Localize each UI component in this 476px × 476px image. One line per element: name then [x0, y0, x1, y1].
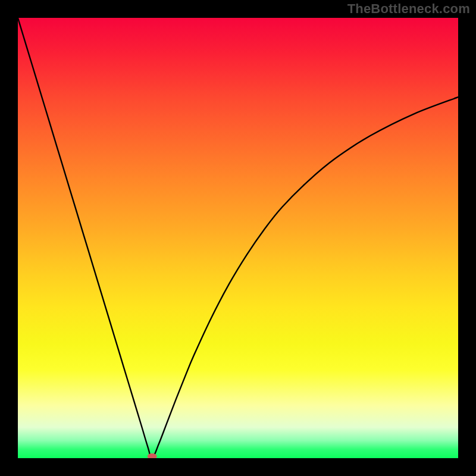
bottleneck-curve [18, 18, 458, 458]
plot-area [18, 18, 458, 458]
chart-frame: TheBottleneck.com [0, 0, 476, 476]
watermark-text: TheBottleneck.com [347, 1, 470, 17]
chart-svg [18, 18, 458, 458]
